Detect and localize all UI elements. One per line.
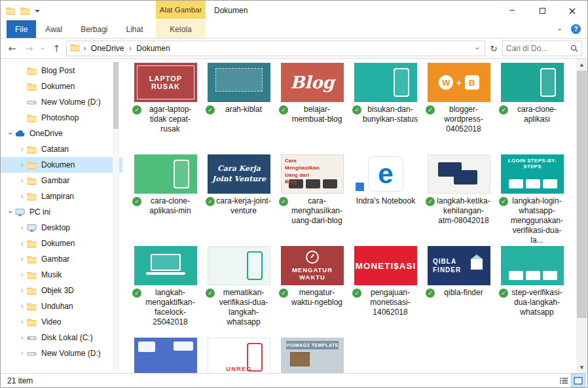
scroll-down-icon[interactable]: ▼ [576,362,587,373]
file-item-langkah-ketika-kehilangan-atm-08042018[interactable]: ✓langkah-ketika-kehilangan-atm-08042018 [422,154,496,246]
file-thumbnail: VIOMAGZ TEMPLATE [281,338,344,373]
breadcrumb-dokumen[interactable]: Dokumen [135,44,171,53]
qat-folder-icon[interactable] [20,7,30,15]
sync-synced-icon: ✓ [206,289,215,298]
chevron-collapsed-icon[interactable]: › [18,192,27,201]
sidebar-item-dokumen[interactable]: ›Dokumen [1,236,122,251]
chevron-collapsed-icon[interactable]: › [18,239,27,248]
chevron-collapsed-icon[interactable]: › [18,270,27,279]
back-button[interactable]: ← [5,43,20,54]
help-icon[interactable]: ? [571,24,581,34]
sidebar-item-objek-3d[interactable]: ›Objek 3D [1,283,122,298]
file-item-cara-clone-aplikasi-min[interactable]: ✓cara-clone-aplikasi-min [129,154,202,246]
chevron-collapsed-icon[interactable]: › [18,286,27,295]
tab-berbagi[interactable]: Berbagi [71,20,117,38]
sidebar-item-label: Catatan [41,145,69,154]
file-item-cara-menghasilkan-uang-dari-blog[interactable]: Cara Menghasilkan Uang dari Blog✓cara-me… [276,154,349,246]
file-item-qibla-finder[interactable]: QIBLA FINDER✓qibla-finder [422,246,496,338]
navigation-scrollbar-thumb[interactable] [113,62,119,129]
sidebar-item-lampiran[interactable]: ›Lampiran [1,188,122,204]
recent-locations-dropdown-icon[interactable]: › [39,47,47,50]
chevron-collapsed-icon[interactable]: › [18,302,27,311]
sidebar-item-pc-ini[interactable]: ›PC ini [1,204,122,220]
file-item-langkah-mengaktifkan-facelock-25042018[interactable]: ✓langkah-mengaktifkan-facelock-25042018 [129,246,202,338]
file-item-bisukan-dan-bunyikan-status[interactable]: ✓bisukan-dan-bunyikan-status [349,63,422,154]
file-thumbnail [134,338,197,373]
file-item-cara-kerja-joint-venture[interactable]: Cara Kerja Joint Venture✓cara-kerja-join… [202,154,276,246]
file-item-cara-clone-aplikasi[interactable]: ✓cara-clone-aplikasi [496,63,569,154]
file-item-belajar-membuat-blog[interactable]: Blog✓belajar-membuat-blog [276,63,349,154]
file-item-mengatur-waktu-ngeblog[interactable]: MENGATUR WAKTU✓mengatur-waktu-ngeblog [276,246,349,338]
qat-customize-arrow-icon[interactable] [35,10,40,12]
file-item-langkah-login-whatsapp-menggunakan-verifikasi-dua-la[interactable]: LOGIN STEPS-BY-STEPS✓langkah-login-whats… [496,154,569,246]
scroll-up-icon[interactable]: ▲ [576,59,587,70]
sidebar-item-onedrive[interactable]: ›OneDrive [1,126,122,141]
address-bar-row: ← → › ↑ › OneDrive › Dokumen › ↻ [1,39,587,59]
up-button[interactable]: ↑ [49,43,64,54]
tab-kelola[interactable]: Kelola [156,20,206,38]
file-item-pengajuan-monetisasi-14062018[interactable]: MONETI$ASI✓pengajuan-monetisasi-14062018 [349,246,422,338]
sidebar-item-blog-post[interactable]: Blog Post [1,63,122,79]
sidebar-item-musik[interactable]: ›Musik [1,267,122,283]
chevron-collapsed-icon[interactable]: › [18,223,27,232]
navigation-scrollbar[interactable] [113,62,119,370]
refresh-icon[interactable]: ↻ [487,44,500,54]
content-scrollbar-thumb[interactable] [577,71,587,318]
close-button[interactable]: × [557,1,587,20]
file-item-agar-laptop-tidak-cepat-rusak[interactable]: LAPTOP RUSAK✓agar-laptop-tidak cepat-rus… [129,63,202,154]
sidebar-item-gambar[interactable]: ›Gambar [1,173,122,188]
sidebar-item-video[interactable]: ›Video [1,314,122,330]
tab-awal[interactable]: Awal [36,20,71,38]
drive-icon [27,349,39,358]
file-name: step-verifikasi-dua-langkah-whatsapp [509,288,565,317]
minimize-button[interactable]: ─ [497,1,527,20]
chevron-collapsed-icon[interactable]: › [18,176,27,185]
sidebar-item-disk-lokal-c[interactable]: ›Disk Lokal (C:) [1,330,122,345]
sync-synced-icon: ✓ [206,105,215,115]
file-item[interactable]: VIOMAGZ TEMPLATE [276,338,349,373]
sidebar-item-dokumen[interactable]: Dokumen [1,79,122,94]
expand-ribbon-icon[interactable]: › [556,27,565,31]
breadcrumb-chevron-icon[interactable]: › [127,44,134,53]
chevron-collapsed-icon[interactable]: › [18,160,27,169]
chevron-expanded-icon[interactable]: › [6,129,15,138]
chevron-collapsed-icon[interactable]: › [18,317,27,326]
sidebar-item-new-volume-d[interactable]: ›New Volume (D:) [1,345,122,361]
sidebar-item-new-volume-d[interactable]: New Volume (D:) [1,94,122,110]
file-item-arah-kiblat[interactable]: ✓arah-kiblat [202,63,276,154]
sidebar-item-dokumen[interactable]: ›Dokumen [1,157,122,173]
tab-lihat[interactable]: Lihat [117,20,153,38]
address-dropdown-icon[interactable]: › [473,47,483,50]
content-scrollbar[interactable]: ▲ ▼ [576,59,587,373]
sidebar-item-gambar[interactable]: ›Gambar [1,251,122,267]
sync-synced-icon: ✓ [499,289,508,298]
sidebar-item-desktop[interactable]: ›Desktop [1,220,122,236]
file-item-step-verifikasi-dua-langkah-whatsapp[interactable]: ✓step-verifikasi-dua-langkah-whatsapp [496,246,569,338]
file-item-mematikan-verifikasi-dua-langkah-whatsapp[interactable]: ✓mematikan-verifikasi-dua-langkah-whatsa… [202,246,276,338]
chevron-collapsed-icon[interactable]: › [18,349,27,358]
maximize-button[interactable] [527,1,557,20]
forward-button[interactable]: → [22,43,37,54]
search-input[interactable] [506,44,570,53]
chevron-collapsed-icon[interactable]: › [18,145,27,154]
thumbnails-view-button[interactable] [571,374,585,387]
file-item-indra-s-notebook[interactable]: eIndra's Notebook [349,154,422,246]
chevron-collapsed-icon[interactable]: › [18,255,27,264]
breadcrumb-bar[interactable]: › OneDrive › Dokumen › [66,41,485,56]
details-view-button[interactable] [557,374,571,387]
breadcrumb-chevron-icon[interactable]: › [81,44,88,53]
search-icon[interactable] [570,44,578,52]
search-box[interactable] [502,41,582,56]
file-item-blogger-wordpress-04052018[interactable]: W+B✓blogger-wordpress-04052018 [422,63,496,154]
sidebar-item-unduhan[interactable]: ›Unduhan [1,298,122,314]
chevron-collapsed-icon[interactable]: › [18,333,27,342]
chevron-expanded-icon[interactable]: › [6,207,15,217]
navigation-pane-list: Blog PostDokumenNew Volume (D:)Photoshop… [1,63,122,361]
drive-windows-icon [27,334,39,342]
tab-file[interactable]: File [7,20,36,38]
file-item[interactable]: UNREG [202,338,276,373]
sidebar-item-photoshop[interactable]: Photoshop [1,110,122,126]
breadcrumb-onedrive[interactable]: OneDrive [90,44,126,53]
sidebar-item-catatan[interactable]: ›Catatan [1,141,122,157]
file-item[interactable] [129,338,202,373]
